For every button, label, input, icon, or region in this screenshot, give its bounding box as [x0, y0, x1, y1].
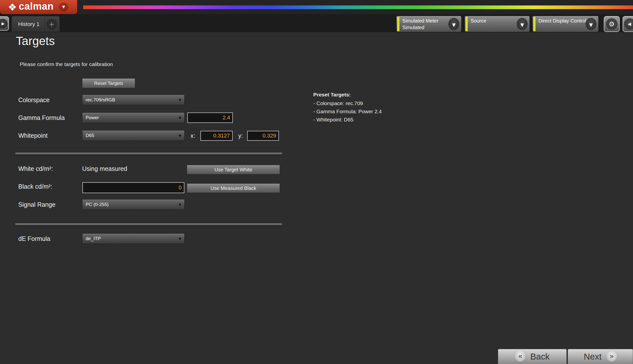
- arrow-left-icon: ◀: [624, 18, 633, 30]
- meter-line1: Simulated Meter: [402, 18, 438, 24]
- ddc-label: Direct Display Control: [538, 18, 586, 24]
- colorspace-label: Colorspace: [18, 96, 50, 104]
- chevron-down-icon: ▼: [179, 98, 181, 102]
- rainbow-gradient-strip: [83, 6, 633, 9]
- black-cd-input[interactable]: [82, 182, 184, 193]
- preset-targets-summary: Preset Targets: - Colorspace: rec.709 - …: [313, 90, 382, 124]
- calman-app-window: ❖ calman ▼ ▶ History 1 + Simulated Meter…: [0, 0, 633, 364]
- calman-logo-text: calman: [19, 1, 54, 12]
- chevron-down-icon[interactable]: ▼: [585, 18, 596, 30]
- next-glyph: »: [609, 352, 614, 361]
- source-dropdown[interactable]: Source ▼: [465, 16, 529, 32]
- workflow-expand-button[interactable]: ▶: [0, 16, 9, 31]
- tab-bar: ▶ History 1 + Simulated Meter Simulated …: [0, 14, 633, 32]
- whitepoint-dropdown[interactable]: D65 ▼: [82, 130, 185, 141]
- preset-targets-title: Preset Targets:: [313, 90, 382, 99]
- chevron-down-icon: ▼: [179, 203, 181, 206]
- tab-history-1[interactable]: History 1 +: [12, 16, 59, 32]
- chevron-down-icon: ▼: [179, 116, 181, 120]
- chevron-glyph: ▼: [589, 20, 593, 28]
- top-bar: ❖ calman ▼: [0, 0, 633, 14]
- signal-range-value: PC (0-255): [82, 202, 109, 207]
- signal-range-label: Signal Range: [18, 201, 56, 208]
- meter-dropdown[interactable]: Simulated Meter Simulated ▼: [396, 16, 461, 32]
- chevron-down-icon[interactable]: ▼: [448, 18, 459, 30]
- colorspace-value: rec.709/sRGB: [82, 97, 115, 102]
- settings-button[interactable]: ⚙: [604, 16, 620, 32]
- direct-display-control-dropdown[interactable]: Direct Display Control ▼: [532, 16, 598, 32]
- gamma-formula-label: Gamma Formula: [18, 114, 65, 122]
- meter-line2: Simulated: [402, 24, 438, 31]
- gamma-formula-value: Power: [82, 115, 99, 120]
- preset-colorspace-item: - Colorspace: rec.709: [313, 99, 382, 107]
- play-glyph: ▶: [1, 21, 5, 26]
- ddc-status-stripe: [533, 17, 535, 31]
- whitepoint-value: D65: [82, 133, 94, 138]
- colorspace-dropdown[interactable]: rec.709/sRGB ▼: [82, 95, 185, 105]
- gear-glyph: ⚙: [609, 21, 615, 28]
- source-status-stripe: [465, 17, 468, 31]
- whitepoint-x-label: x:: [191, 132, 195, 139]
- arrow-left-glyph: ◀: [628, 22, 632, 26]
- add-tab-button[interactable]: +: [45, 16, 59, 32]
- back-button[interactable]: « Back: [498, 349, 567, 364]
- black-cd-label: Black cd/m²:: [18, 183, 53, 190]
- source-label: Source: [471, 18, 486, 24]
- section-divider: [15, 152, 282, 154]
- next-button-label: Next: [584, 352, 601, 362]
- use-measured-black-button[interactable]: Use Measured Black: [187, 184, 280, 193]
- chevron-down-icon[interactable]: ▼: [517, 18, 527, 30]
- back-chevrons-icon: «: [515, 352, 525, 362]
- de-formula-value: de_ITP: [82, 236, 101, 241]
- plus-icon: +: [46, 19, 57, 30]
- next-chevrons-icon: »: [606, 352, 617, 362]
- play-icon: ▶: [0, 19, 8, 28]
- chevron-down-icon[interactable]: ▼: [59, 3, 68, 12]
- de-formula-dropdown[interactable]: de_ITP ▼: [82, 234, 185, 244]
- chevron-down-icon: ▼: [179, 134, 181, 138]
- chevron-glyph: ▼: [62, 5, 65, 9]
- calman-logo-icon: ❖: [8, 2, 17, 12]
- white-cd-label: White cd/m²:: [18, 165, 53, 172]
- whitepoint-y-input[interactable]: [247, 131, 279, 141]
- meter-status-stripe: [397, 17, 399, 31]
- whitepoint-label: Whitepoint: [18, 132, 48, 139]
- preset-gamma-item: - Gamma Formula: Power 2.4: [313, 107, 382, 116]
- gamma-value-input[interactable]: [187, 112, 233, 123]
- back-button-label: Back: [530, 352, 550, 362]
- collapse-panel-button[interactable]: ◀: [622, 16, 633, 32]
- chevron-glyph: ▼: [520, 20, 524, 28]
- whitepoint-y-label: y:: [238, 132, 243, 139]
- section-divider: [15, 223, 282, 225]
- page-subtitle: Please confirm the targets for calibrati…: [20, 61, 113, 67]
- gamma-formula-dropdown[interactable]: Power ▼: [82, 112, 185, 123]
- page-title: Targets: [16, 34, 55, 48]
- next-button[interactable]: Next »: [568, 349, 633, 364]
- chevron-down-icon: ▼: [179, 237, 181, 240]
- calman-menu-button[interactable]: ❖ calman ▼: [0, 0, 77, 14]
- signal-range-dropdown[interactable]: PC (0-255) ▼: [82, 199, 185, 210]
- de-formula-label: dE Formula: [18, 235, 50, 242]
- tab-label: History 1: [12, 21, 45, 28]
- use-target-white-button[interactable]: Use Target White: [187, 165, 280, 174]
- preset-whitepoint-item: - Whitepoint: D65: [313, 116, 382, 124]
- chevron-glyph: ▼: [452, 20, 456, 28]
- white-cd-status: Using measured: [82, 165, 127, 172]
- whitepoint-x-input[interactable]: [200, 131, 233, 141]
- gear-icon: ⚙: [606, 18, 617, 30]
- reset-targets-button[interactable]: Reset Targets: [82, 78, 135, 88]
- plus-glyph: +: [49, 21, 55, 28]
- back-glyph: «: [518, 352, 522, 361]
